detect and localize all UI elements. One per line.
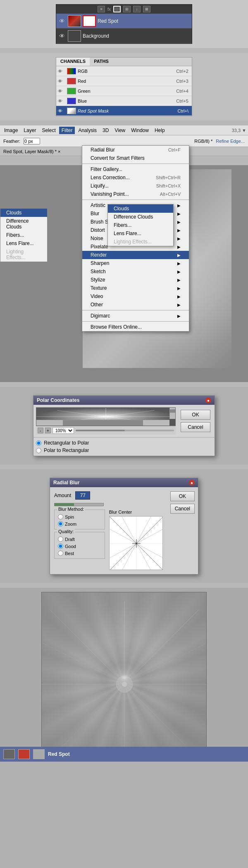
menu-layer[interactable]: Layer: [21, 127, 38, 134]
polar-title: Polar Coordinates: [37, 397, 79, 403]
layer-btn3[interactable]: ↓: [133, 6, 141, 12]
eye-icon-bg[interactable]: 👁: [58, 32, 66, 40]
taskbar-thumb1[interactable]: [3, 749, 15, 759]
quality-good-radio[interactable]: [58, 543, 63, 549]
blur-center-box[interactable]: [109, 516, 163, 570]
fm-texture[interactable]: Texture ▶: [82, 284, 189, 292]
polar-radio-polar-to-rect[interactable]: [36, 448, 41, 453]
radial-close-btn[interactable]: ●: [189, 480, 195, 486]
channel-row-green[interactable]: 👁 Green Ctrl+4: [56, 86, 192, 96]
layer-mode-btn[interactable]: □: [113, 6, 121, 12]
quality-best-radio[interactable]: [58, 551, 63, 556]
fm-radial-blur-label: Radial Blur: [91, 147, 115, 153]
fm-vp-shortcut: Alt+Ctrl+V: [160, 192, 181, 197]
blur-method-zoom-radio[interactable]: [58, 521, 63, 527]
layers-panel: ≡ fx □ ⊞ ↓ ⊠ 👁 Red Spot 👁 Background: [56, 4, 192, 44]
rsm-fibers[interactable]: Fibers...: [108, 221, 173, 229]
taskbar-thumb3[interactable]: [33, 749, 45, 759]
polar-zoom-select[interactable]: 100%: [52, 427, 74, 434]
fm-lens-correction[interactable]: Lens Correction... Shift+Ctrl+R: [82, 173, 189, 182]
polar-slider-thumb: [76, 430, 125, 431]
polar-option-rect-to-polar[interactable]: Rectangular to Polar: [36, 440, 212, 446]
layers-section: ≡ fx □ ⊞ ↓ ⊠ 👁 Red Spot 👁 Background: [0, 0, 248, 48]
radial-ok-btn[interactable]: OK: [170, 491, 195, 501]
fm-sketch[interactable]: Sketch ▶: [82, 267, 189, 276]
layer-mask-thumb-redspot: [83, 15, 96, 27]
menu-help[interactable]: Help: [152, 127, 167, 134]
layer-btn4[interactable]: ⊠: [143, 6, 150, 12]
quality-best-label: Best: [65, 551, 74, 556]
fm-other[interactable]: Other ▶: [82, 301, 189, 309]
fm-filter-gallery[interactable]: Filter Gallery...: [82, 165, 189, 173]
taskbar-thumb2[interactable]: [18, 749, 30, 759]
clouds-item-fibers[interactable]: Fibers...: [0, 231, 47, 239]
polar-zoom-plus[interactable]: +: [45, 428, 51, 433]
tab-channels[interactable]: CHANNELS: [56, 58, 90, 66]
channel-row-mask[interactable]: 👁 Red Spot Mask Ctrl+\: [56, 106, 192, 116]
amount-value[interactable]: 77: [75, 491, 90, 500]
refine-edge[interactable]: Refine Edge...: [216, 139, 245, 144]
radial-blur-dialog: Radial Blur ● Amount 77 Blur Method:: [50, 478, 198, 575]
radial-dialog-body: Amount 77 Blur Method: Spin: [50, 487, 198, 574]
menu-select[interactable]: Select: [39, 127, 58, 134]
polar-preview-container: - + 100%: [36, 407, 176, 435]
fm-sep4: [82, 321, 189, 322]
clouds-item-difference[interactable]: Difference Clouds: [0, 217, 47, 231]
blur-method-spin[interactable]: Spin: [58, 514, 101, 519]
fm-vanishing-point[interactable]: Vanishing Point... Alt+Ctrl+V: [82, 190, 189, 198]
feather-input[interactable]: [24, 138, 40, 144]
blur-method-spin-radio[interactable]: [58, 514, 63, 519]
polar-ok-btn[interactable]: OK: [181, 410, 210, 420]
menu-3d[interactable]: 3D: [100, 127, 111, 134]
rsm-lens-flare[interactable]: Lens Flare...: [108, 229, 173, 238]
channel-row-rgb[interactable]: 👁 RGB Ctrl+2: [56, 66, 192, 76]
channel-shortcut-green: Ctrl+4: [176, 89, 190, 94]
fm-sharpen[interactable]: Sharpen ▶: [82, 259, 189, 267]
fm-smart-filters[interactable]: Convert for Smart Filters: [82, 154, 189, 162]
layer-row-background[interactable]: 👁 Background: [56, 29, 192, 43]
fm-digimarc-arrow: ▶: [177, 314, 181, 318]
fm-digimarc[interactable]: Digimarc ▶: [82, 312, 189, 320]
menu-analysis[interactable]: Analysis: [76, 127, 99, 134]
menu-filter[interactable]: Filter: [59, 127, 75, 134]
quality-draft[interactable]: Draft: [58, 536, 101, 542]
menu-view[interactable]: View: [112, 127, 128, 134]
blur-method-group: Blur Method: Spin Zoom: [54, 510, 105, 529]
tab-paths[interactable]: PATHS: [90, 58, 113, 66]
fm-artistic-arrow: ▶: [177, 203, 181, 208]
channel-row-red[interactable]: 👁 Red Ctrl+3: [56, 76, 192, 86]
fm-video[interactable]: Video ▶: [82, 292, 189, 301]
layer-row-redspot[interactable]: 👁 Red Spot: [56, 14, 192, 29]
rsm-difference-clouds[interactable]: Difference Clouds: [108, 213, 173, 221]
blur-method-spin-label: Spin: [65, 515, 74, 519]
rsm-clouds[interactable]: Clouds: [108, 204, 173, 213]
menu-image[interactable]: Image: [2, 127, 20, 134]
polar-cancel-btn[interactable]: Cancel: [181, 422, 210, 432]
fm-liquify[interactable]: Liquify... Shift+Ctrl+X: [82, 182, 189, 190]
layer-kind-btn[interactable]: ≡: [98, 6, 105, 12]
quality-good[interactable]: Good: [58, 543, 101, 549]
polar-close-btn[interactable]: ●: [205, 397, 211, 403]
quality-draft-radio[interactable]: [58, 536, 63, 542]
polar-radio-rect-to-polar[interactable]: [36, 440, 41, 446]
fm-render[interactable]: Render ▶: [82, 251, 189, 259]
fm-radial-blur[interactable]: Radial Blur Ctrl+F: [82, 146, 189, 154]
clouds-item-lensflare[interactable]: Lens Flare...: [0, 239, 47, 248]
polar-scrollbar-horizontal[interactable]: [36, 420, 169, 426]
eye-icon-redspot[interactable]: 👁: [58, 17, 66, 25]
blur-method-zoom[interactable]: Zoom: [58, 521, 101, 527]
polar-slider[interactable]: [76, 430, 174, 431]
polar-option-polar-to-rect[interactable]: Polar to Rectangular: [36, 447, 212, 453]
polar-scrollbar-vertical[interactable]: [169, 408, 175, 419]
menu-window[interactable]: Window: [129, 127, 151, 134]
layer-btn2[interactable]: ⊞: [123, 6, 131, 12]
fm-stylize[interactable]: Stylize ▶: [82, 276, 189, 284]
fm-browse-online[interactable]: Browse Filters Online...: [82, 323, 189, 331]
polar-zoom-minus[interactable]: -: [38, 428, 43, 433]
channel-row-blue[interactable]: 👁 Blue Ctrl+5: [56, 96, 192, 106]
clouds-item-clouds[interactable]: Clouds: [0, 209, 47, 217]
blur-center-visual: [110, 517, 163, 570]
quality-best[interactable]: Best: [58, 551, 101, 556]
radial-cancel-btn[interactable]: Cancel: [170, 504, 195, 514]
amount-slider[interactable]: [54, 503, 104, 506]
